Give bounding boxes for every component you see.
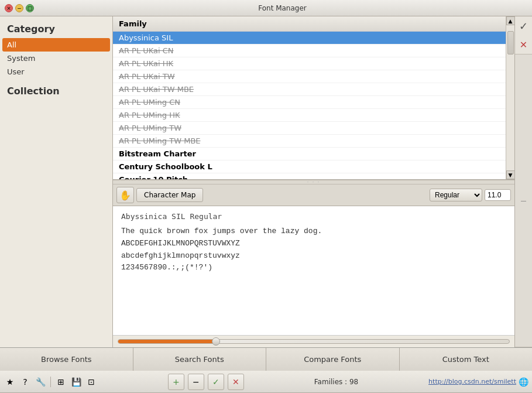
font-item[interactable]: Bitstream Charter bbox=[113, 148, 506, 160]
confirm-icon[interactable]: ✓ bbox=[516, 16, 531, 36]
sample-line1: The quick brown fox jumps over the lazy … bbox=[121, 225, 506, 238]
scroll-indicator: — bbox=[521, 197, 527, 204]
minimize-button[interactable]: − bbox=[15, 4, 23, 12]
category-title: Category bbox=[0, 21, 112, 38]
font-item[interactable]: Century Schoolbook L bbox=[113, 160, 506, 173]
slider-thumb[interactable] bbox=[212, 337, 220, 346]
tab-compare-fonts[interactable]: Compare Fonts bbox=[266, 348, 400, 371]
settings-icon[interactable]: 🔧 bbox=[34, 375, 47, 388]
content-area: Category All System User Collection Fami… bbox=[0, 16, 532, 347]
font-list-container: Family Abyssinica SIL AR PL UKai CN AR P… bbox=[113, 16, 514, 180]
close-button[interactable]: × bbox=[5, 4, 13, 12]
collection-title: Collection bbox=[0, 78, 112, 99]
preview-content: Abyssinica SIL Regular The quick brown f… bbox=[113, 206, 514, 335]
scroll-track[interactable] bbox=[507, 25, 514, 170]
font-size-slider[interactable] bbox=[118, 339, 510, 344]
app-wrapper: Category All System User Collection Fami… bbox=[0, 16, 532, 393]
tab-custom-text[interactable]: Custom Text bbox=[400, 348, 533, 371]
sidebar-item-all[interactable]: All bbox=[2, 38, 110, 52]
status-url[interactable]: http://blog.csdn.net/smilett bbox=[428, 378, 516, 385]
right-panel: Family Abyssinica SIL AR PL UKai CN AR P… bbox=[113, 16, 514, 347]
cancel-button[interactable]: ✕ bbox=[228, 374, 244, 390]
hand-tool-button[interactable]: ✋ bbox=[116, 187, 134, 203]
font-list[interactable]: Family Abyssinica SIL AR PL UKai CN AR P… bbox=[113, 16, 506, 179]
titlebar: × − □ Font Manager bbox=[0, 0, 532, 16]
tab-browse-fonts[interactable]: Browse Fonts bbox=[0, 348, 133, 371]
font-item[interactable]: AR PL UKai CN bbox=[113, 45, 506, 57]
scroll-up-arrow[interactable]: ▲ bbox=[506, 16, 515, 25]
remove-button[interactable]: − bbox=[188, 374, 204, 390]
hand-icon: ✋ bbox=[119, 190, 131, 201]
preview-area: ✋ Character Map Regular Bold Italic Bold… bbox=[113, 184, 514, 347]
families-count: Families : 98 bbox=[314, 378, 358, 386]
scroll-thumb[interactable] bbox=[507, 31, 514, 54]
scroll-middle: — bbox=[515, 54, 532, 347]
style-select[interactable]: Regular Bold Italic Bold Italic bbox=[430, 189, 482, 201]
slider-fill bbox=[118, 340, 216, 343]
confirm-button[interactable]: ✓ bbox=[208, 374, 224, 390]
add-button[interactable]: + bbox=[168, 374, 184, 390]
sidebar: Category All System User Collection bbox=[0, 16, 113, 347]
export-icon[interactable]: ⊡ bbox=[85, 375, 98, 388]
preview-sample: The quick brown fox jumps over the lazy … bbox=[121, 225, 506, 274]
font-item[interactable]: AR PL UMing HK bbox=[113, 109, 506, 122]
tab-search-fonts[interactable]: Search Fonts bbox=[133, 348, 267, 371]
cancel-icon[interactable]: ✕ bbox=[516, 36, 531, 54]
font-item[interactable]: AR PL UKai HK bbox=[113, 57, 506, 70]
main-toolbar-buttons: + − ✓ ✕ bbox=[168, 374, 244, 390]
preview-font-name: Abyssinica SIL Regular bbox=[121, 212, 506, 221]
character-map-tab[interactable]: Character Map bbox=[136, 188, 203, 202]
font-item[interactable]: AR PL UKai TW MBE bbox=[113, 83, 506, 96]
status-icons: ★ ? 🔧 ⊞ 💾 ⊡ bbox=[4, 375, 98, 388]
sample-line4: 1234567890.:,;(*!?') bbox=[121, 262, 506, 274]
link-icon: 🌐 bbox=[519, 377, 528, 387]
resize-handle[interactable]: · · · bbox=[113, 180, 514, 184]
font-item[interactable]: AR PL UMing TW bbox=[113, 122, 506, 135]
maximize-button[interactable]: □ bbox=[26, 4, 34, 12]
sidebar-item-user[interactable]: User bbox=[0, 65, 112, 78]
font-item[interactable]: AR PL UMing CN bbox=[113, 96, 506, 109]
scroll-down-arrow[interactable]: ▼ bbox=[506, 170, 515, 179]
help-icon[interactable]: ? bbox=[19, 375, 32, 388]
font-size-slider-row bbox=[113, 335, 514, 347]
font-item[interactable]: Courier 10 Pitch bbox=[113, 173, 506, 179]
window-controls: × − □ bbox=[5, 4, 34, 12]
status-separator bbox=[50, 377, 51, 387]
font-item[interactable]: AR PL UKai TW bbox=[113, 70, 506, 83]
star-icon[interactable]: ★ bbox=[4, 375, 16, 388]
font-item[interactable]: Abyssinica SIL bbox=[113, 32, 506, 45]
tabs-row: ✋ Character Map Regular Bold Italic Bold… bbox=[113, 184, 514, 206]
size-input[interactable] bbox=[485, 189, 511, 201]
bottom-toolbar: ★ ? 🔧 ⊞ 💾 ⊡ + − ✓ ✕ Families : 98 http:/… bbox=[0, 371, 532, 393]
window-title: Font Manager bbox=[37, 4, 527, 12]
save-icon[interactable]: 💾 bbox=[70, 375, 83, 388]
font-item[interactable]: AR PL UMing TW MBE bbox=[113, 135, 506, 148]
sample-line2: ABCDEFGHIJKLMNOPQRSTUVWXYZ bbox=[121, 238, 506, 250]
grid-icon[interactable]: ⊞ bbox=[54, 375, 67, 388]
right-action-panel: ✓ ✕ — bbox=[514, 16, 532, 347]
bottom-tabs: Browse Fonts Search Fonts Compare Fonts … bbox=[0, 347, 532, 371]
sample-line3: abcdefghijklmnopqrstuvwxyz bbox=[121, 250, 506, 262]
sidebar-item-system[interactable]: System bbox=[0, 52, 112, 65]
font-list-header: Family bbox=[113, 16, 506, 32]
font-list-scrollbar[interactable]: ▲ ▼ bbox=[506, 16, 514, 179]
